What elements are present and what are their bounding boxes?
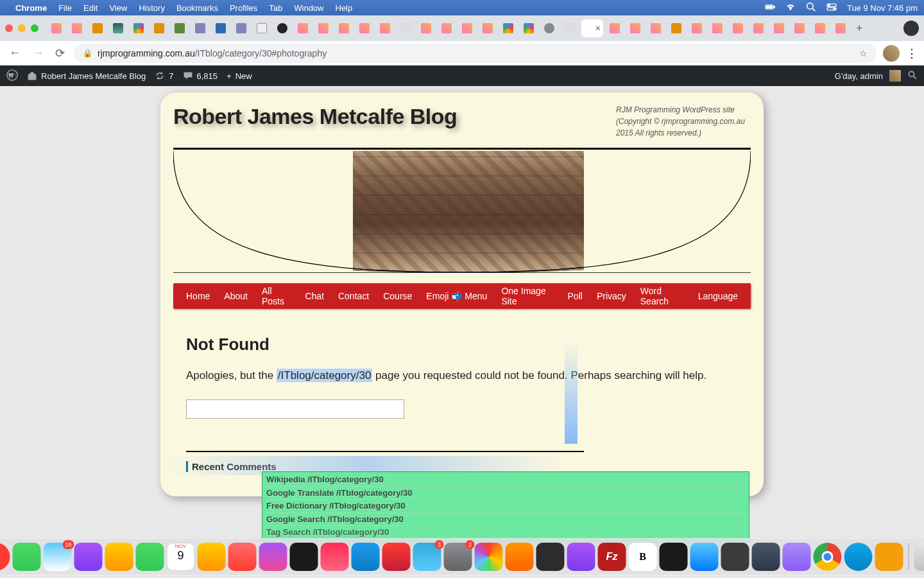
suggestion-google-search[interactable]: Google Search /ITblog/category/30: [266, 513, 745, 527]
suggestion-free-dictionary[interactable]: Free Dictionary /ITblog/category/30: [266, 500, 745, 513]
wp-site-link[interactable]: Robert James Metcalfe Blog: [27, 71, 146, 81]
new-tab-button[interactable]: +: [856, 22, 863, 35]
dock-app-icon[interactable]: [352, 543, 380, 571]
minimize-window-button[interactable]: [18, 24, 26, 32]
wp-avatar[interactable]: [889, 70, 901, 82]
maximize-window-button[interactable]: [31, 24, 38, 32]
menubar-window[interactable]: Window: [294, 3, 323, 13]
reload-button[interactable]: ⟳: [53, 44, 67, 63]
tab[interactable]: [749, 19, 767, 37]
tab[interactable]: [458, 19, 476, 37]
dock-mail-icon[interactable]: 16: [44, 543, 72, 571]
menubar-view[interactable]: View: [109, 3, 127, 13]
nav-contact[interactable]: Contact: [338, 291, 369, 301]
tab[interactable]: [647, 19, 665, 37]
tab[interactable]: [791, 19, 809, 37]
tab[interactable]: [499, 19, 517, 37]
tab[interactable]: [68, 19, 86, 37]
nav-all-posts[interactable]: All Posts: [262, 286, 291, 306]
nav-course[interactable]: Course: [383, 291, 412, 301]
control-center-icon[interactable]: [826, 2, 837, 14]
dock-appstore-icon[interactable]: 3: [413, 543, 441, 571]
tab[interactable]: [191, 19, 209, 37]
battery-icon[interactable]: [765, 2, 775, 14]
menubar-clock[interactable]: Tue 9 Nov 7:46 pm: [847, 3, 918, 13]
tab[interactable]: [273, 19, 291, 37]
dock-settings-icon[interactable]: 2: [444, 543, 472, 571]
tab[interactable]: [130, 19, 148, 37]
tab[interactable]: [438, 19, 456, 37]
wp-search-icon[interactable]: [907, 70, 918, 82]
wp-updates-link[interactable]: 7: [155, 71, 173, 81]
tab-active[interactable]: [581, 19, 603, 37]
dock-tv-icon[interactable]: [290, 543, 318, 571]
tab[interactable]: [606, 19, 624, 37]
dock-messages-icon[interactable]: [13, 543, 41, 571]
tab[interactable]: [232, 19, 250, 37]
tab[interactable]: [47, 19, 65, 37]
dock-app-icon[interactable]: B: [629, 543, 657, 571]
nav-home[interactable]: Home: [186, 291, 210, 301]
suggestion-wikipedia[interactable]: Wikipedia /ITblog/category/30: [266, 473, 745, 487]
dock-app-icon[interactable]: [875, 543, 903, 571]
menubar-history[interactable]: History: [139, 3, 164, 13]
tab[interactable]: [253, 19, 271, 37]
tab[interactable]: [171, 19, 189, 37]
close-window-button[interactable]: [5, 24, 13, 32]
tab[interactable]: [376, 19, 394, 37]
nav-emoji-menu[interactable]: Emoji 📬 Menu: [426, 291, 487, 301]
dock-podcasts-icon[interactable]: [74, 543, 103, 571]
tab[interactable]: [540, 19, 558, 37]
dock-edge-icon[interactable]: [844, 543, 873, 571]
tab[interactable]: [479, 19, 497, 37]
dock-filezilla-icon[interactable]: Fz: [598, 543, 626, 571]
tab[interactable]: [729, 19, 747, 37]
nav-privacy[interactable]: Privacy: [597, 291, 626, 301]
dock-opera-icon[interactable]: [0, 543, 10, 571]
tab[interactable]: [832, 19, 850, 37]
nav-one-image-site[interactable]: One Image Site: [501, 286, 553, 306]
menubar-app-name[interactable]: Chrome: [15, 3, 47, 13]
tab[interactable]: [811, 19, 829, 37]
dock-chrome-icon[interactable]: [814, 543, 842, 571]
dock-app-icon[interactable]: [228, 543, 257, 571]
tab[interactable]: [150, 19, 168, 37]
nav-language[interactable]: Language: [698, 291, 738, 301]
wifi-icon[interactable]: [785, 2, 796, 14]
tab[interactable]: [561, 19, 579, 37]
tab[interactable]: [770, 19, 788, 37]
nav-word-search[interactable]: Word Search: [640, 286, 684, 306]
dock-notes-icon[interactable]: [198, 543, 226, 571]
dock-app-icon[interactable]: [567, 543, 595, 571]
nav-about[interactable]: About: [224, 291, 248, 301]
dock-app-icon[interactable]: [721, 543, 749, 571]
menubar-tab[interactable]: Tab: [269, 3, 282, 13]
profile-avatar[interactable]: [883, 45, 900, 62]
wp-greeting[interactable]: G'day, admin: [835, 71, 883, 81]
wp-logo-icon[interactable]: [6, 69, 18, 83]
chrome-menu-icon[interactable]: ⋮: [906, 46, 918, 60]
tab[interactable]: [417, 19, 435, 37]
dock-xcode-icon[interactable]: [690, 543, 719, 571]
tab[interactable]: [335, 19, 353, 37]
search-input[interactable]: [186, 399, 404, 419]
menubar-file[interactable]: File: [58, 3, 72, 13]
tab[interactable]: [667, 19, 685, 37]
tab[interactable]: [109, 19, 127, 37]
dock-app-icon[interactable]: [752, 543, 780, 571]
nav-chat[interactable]: Chat: [305, 291, 324, 301]
suggestion-google-translate[interactable]: Google Translate /ITblog/category/30: [266, 487, 745, 500]
menubar-bookmarks[interactable]: Bookmarks: [176, 3, 218, 13]
nav-poll[interactable]: Poll: [568, 291, 583, 301]
tab-overflow-icon[interactable]: [903, 21, 919, 36]
menubar-profiles[interactable]: Profiles: [230, 3, 257, 13]
bookmark-star-icon[interactable]: ☆: [859, 48, 868, 58]
dock-app-icon[interactable]: [105, 543, 133, 571]
menubar-edit[interactable]: Edit: [83, 3, 98, 13]
dock-news-icon[interactable]: [382, 543, 411, 571]
menubar-help[interactable]: Help: [336, 3, 353, 13]
tab[interactable]: [626, 19, 644, 37]
tab[interactable]: [89, 19, 107, 37]
tab[interactable]: [314, 19, 332, 37]
tab[interactable]: [212, 19, 230, 37]
